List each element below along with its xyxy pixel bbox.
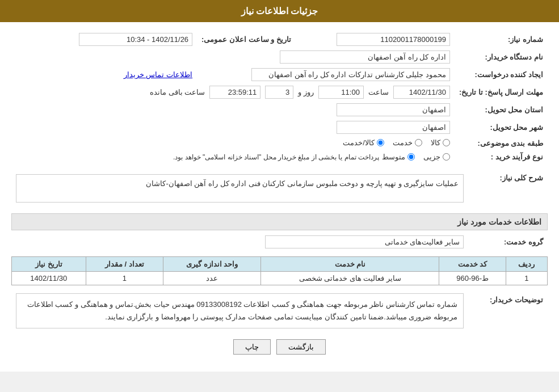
process-mottaset-label: متوسط: [382, 153, 405, 161]
response-date: 1402/11/30: [393, 86, 450, 99]
requester-contact-link[interactable]: اطلاعات تماس خریدار: [124, 70, 192, 79]
topic-kala-option[interactable]: کالا: [431, 138, 450, 147]
announce-datetime-label: تاریخ و ساعت اعلان عمومی:: [197, 31, 296, 48]
remaining-time-label: ساعت باقی مانده: [150, 88, 205, 96]
city-delivery-value: اصفهان: [337, 121, 450, 134]
topic-khedmat-radio[interactable]: [415, 139, 422, 146]
services-section-header: اطلاعات خدمات مورد نیاز: [11, 213, 548, 230]
cell-row_num: 1: [506, 272, 547, 285]
topic-kala-khedmat-radio[interactable]: [377, 139, 384, 146]
page-header: جزئیات اطلاعات نیاز: [0, 0, 559, 22]
col-service-code: کد خدمت: [439, 257, 506, 272]
buyer-notes-text: شماره تماس کارشناس ناظر مربوطه جهت هماهن…: [27, 300, 457, 321]
topic-khedmat-label: خدمت: [393, 138, 413, 147]
process-mottaset-radio[interactable]: [407, 153, 415, 161]
process-jezvi-option[interactable]: جزیی: [423, 153, 450, 161]
process-type-label: نوع فرآیند خرید :: [455, 150, 548, 163]
cell-date: 1402/11/30: [12, 272, 86, 285]
back-button[interactable]: بازگشت: [276, 339, 326, 355]
print-button[interactable]: چاپ: [233, 339, 271, 355]
response-time: 11:00: [318, 86, 364, 99]
remaining-time: 23:59:11: [209, 86, 260, 99]
remaining-days: 3: [265, 86, 293, 99]
col-service-name: نام خدمت: [261, 257, 439, 272]
topic-category-label: طبقه بندی موضوعی:: [455, 136, 548, 150]
bottom-buttons: بازگشت چاپ: [11, 339, 548, 355]
need-number-value: 1102001178000199: [337, 33, 450, 46]
col-row-num: ردیف: [506, 257, 547, 272]
topic-kala-khedmat-label: کالا/خدمت: [343, 138, 375, 147]
buyer-org-value: اداره کل راه آهن اصفهان: [280, 50, 450, 64]
need-description-label: شرح کلی نیاز:: [468, 169, 548, 208]
response-time-label: ساعت: [368, 88, 389, 96]
province-delivery-label: استان محل تحویل:: [455, 101, 548, 119]
buyer-notes-box: شماره تماس کارشناس ناظر مربوطه جهت هماهن…: [16, 293, 464, 328]
page-title: جزئیات اطلاعات نیاز: [241, 6, 318, 16]
col-date: تاریخ نیاز: [12, 257, 86, 272]
topic-khedmat-option[interactable]: خدمت: [393, 138, 422, 147]
cell-quantity: 1: [86, 272, 163, 285]
city-delivery-label: شهر محل تحویل:: [455, 119, 548, 136]
topic-kala-radio[interactable]: [443, 139, 450, 146]
announce-datetime-value: 1402/11/26 - 10:34: [79, 33, 192, 46]
remaining-days-label: روز و: [298, 88, 314, 96]
process-mottaset-option[interactable]: متوسط: [382, 153, 415, 161]
col-quantity: تعداد / مقدار: [86, 257, 163, 272]
services-table: ردیف کد خدمت نام خدمت واحد اندازه گیری ت…: [11, 256, 548, 285]
need-number-label: شماره نیاز:: [455, 31, 548, 48]
process-jezvi-radio[interactable]: [443, 153, 450, 161]
response-deadline-label: مهلت ارسال پاسخ: تا تاریخ:: [455, 83, 548, 101]
need-description-text: عملیات سایزگیری و تهیه پارچه و دوخت ملبو…: [146, 179, 459, 188]
need-description-box: عملیات سایزگیری و تهیه پارچه و دوخت ملبو…: [16, 174, 464, 203]
service-group-label: گروه خدمت:: [468, 233, 548, 251]
cell-unit: عدد: [163, 272, 261, 285]
process-note: پرداخت تمام یا بخشی از مبلغ خریدار محل "…: [173, 153, 379, 161]
col-unit: واحد اندازه گیری: [163, 257, 261, 272]
cell-service_name: سایر فعالیت های خدماتی شخصی: [261, 272, 439, 285]
province-delivery-value: اصفهان: [337, 103, 450, 116]
requester-value: محمود جلیلی کارشناس تدارکات اداره کل راه…: [251, 68, 450, 81]
buyer-org-label: نام دستگاه خریدار:: [455, 48, 548, 66]
process-jezvi-label: جزیی: [423, 153, 440, 161]
requester-label: ایجاد کننده درخواست:: [455, 66, 548, 83]
service-group-value: سایر فعالیت‌های خدماتی: [265, 235, 464, 248]
topic-kala-khedmat-option[interactable]: کالا/خدمت: [343, 138, 384, 147]
table-row: 1ط-96-960سایر فعالیت های خدماتی شخصیعدد1…: [12, 272, 548, 285]
buyer-notes-label: توضیحات خریدار:: [468, 291, 548, 331]
topic-kala-label: کالا: [431, 138, 440, 147]
cell-service_code: ط-96-960: [439, 272, 506, 285]
